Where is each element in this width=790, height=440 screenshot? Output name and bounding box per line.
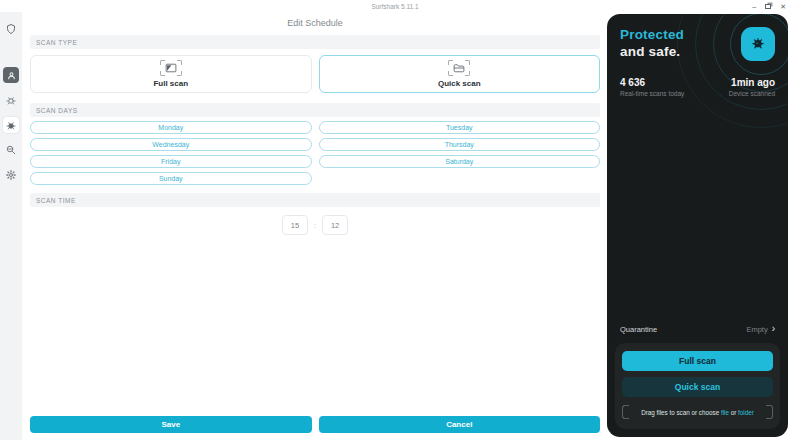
- search-icon: [5, 144, 17, 156]
- headline-rest: and safe.: [620, 44, 684, 61]
- account-icon: [6, 70, 17, 81]
- scan-hour-input[interactable]: [282, 215, 308, 235]
- choose-folder-link[interactable]: folder: [738, 409, 754, 416]
- window-title: Surfshark 5.11.1: [371, 3, 418, 10]
- cancel-button[interactable]: Cancel: [319, 416, 601, 433]
- headline-accent: Protected: [620, 27, 684, 44]
- scan-day-tuesday[interactable]: Tuesday: [319, 121, 601, 134]
- scan-day-monday[interactable]: Monday: [30, 121, 312, 134]
- minimize-button[interactable]: –: [752, 3, 756, 10]
- sidebar-item-alerts[interactable]: [3, 92, 19, 108]
- close-button[interactable]: ✕: [780, 3, 786, 10]
- screen-scan-icon: [160, 60, 182, 76]
- sidebar-item-antivirus[interactable]: [3, 117, 19, 133]
- titlebar: Surfshark 5.11.1 – ✕: [0, 0, 790, 12]
- scan-day-thursday[interactable]: Thursday: [319, 138, 601, 151]
- quarantine-row[interactable]: Quarantine Empty ›: [607, 324, 788, 334]
- sidebar-item-vpn[interactable]: [3, 21, 19, 37]
- stat-caption: Real-time scans today: [620, 90, 684, 97]
- stat-value: 1min ago: [729, 77, 775, 88]
- scan-type-card-full[interactable]: Full scan: [30, 55, 312, 93]
- antivirus-bug-icon: [5, 119, 17, 131]
- stat-device-scanned: 1min ago Device scanned: [729, 77, 775, 97]
- gear-icon: [5, 169, 17, 181]
- sidebar-item-scan-search[interactable]: [3, 142, 19, 158]
- quarantine-label: Quarantine: [620, 325, 657, 334]
- quarantine-value: Empty: [746, 325, 767, 334]
- drop-text-prefix: Drag files to scan or choose: [641, 409, 721, 416]
- save-button[interactable]: Save: [30, 416, 312, 433]
- quick-scan-button[interactable]: Quick scan: [622, 377, 773, 397]
- drop-bracket-right-icon: [766, 405, 773, 419]
- scan-day-friday[interactable]: Friday: [30, 155, 312, 168]
- time-separator: :: [314, 221, 316, 230]
- chevron-right-icon[interactable]: ›: [772, 324, 775, 334]
- drop-zone-text: Drag files to scan or choose file or fol…: [641, 409, 754, 416]
- scan-day-sunday[interactable]: Sunday: [30, 172, 312, 185]
- section-header-scan-type: SCAN TYPE: [30, 35, 600, 49]
- drop-bracket-left-icon: [622, 405, 629, 419]
- sidebar-item-settings[interactable]: [3, 167, 19, 183]
- section-header-scan-time: SCAN TIME: [30, 193, 600, 207]
- sidebar-item-account[interactable]: [3, 67, 19, 83]
- stat-value: 4 636: [620, 77, 684, 88]
- drop-text-middle: or: [729, 409, 738, 416]
- scan-minute-input[interactable]: [322, 215, 348, 235]
- maximize-button[interactable]: [765, 4, 771, 9]
- protection-headline: Protected and safe.: [620, 27, 684, 61]
- scan-day-saturday[interactable]: Saturday: [319, 155, 601, 168]
- stat-realtime-scans: 4 636 Real-time scans today: [620, 77, 684, 97]
- scan-type-label: Full scan: [153, 79, 188, 88]
- protection-status-panel: Protected and safe. 4 636 Real-time scan…: [607, 14, 788, 437]
- folder-scan-icon: [448, 60, 470, 76]
- drag-drop-zone[interactable]: Drag files to scan or choose file or fol…: [622, 403, 773, 421]
- protection-shield-button[interactable]: [741, 27, 775, 61]
- virus-bug-icon: [750, 35, 766, 54]
- scan-actions-card: Full scan Quick scan Drag files to scan …: [615, 343, 780, 429]
- page-title: Edit Schedule: [30, 12, 600, 35]
- choose-file-link[interactable]: file: [721, 409, 729, 416]
- sidebar: [0, 12, 22, 440]
- scan-type-label: Quick scan: [438, 79, 481, 88]
- section-header-scan-days: SCAN DAYS: [30, 103, 600, 117]
- shield-icon: [5, 23, 17, 35]
- edit-schedule-view: Edit Schedule SCAN TYPE Full scan: [22, 12, 607, 440]
- full-scan-button[interactable]: Full scan: [622, 351, 773, 371]
- stat-caption: Device scanned: [729, 90, 775, 97]
- scan-type-card-quick[interactable]: Quick scan: [319, 55, 601, 93]
- alert-bug-icon: [5, 94, 17, 106]
- scan-day-wednesday[interactable]: Wednesday: [30, 138, 312, 151]
